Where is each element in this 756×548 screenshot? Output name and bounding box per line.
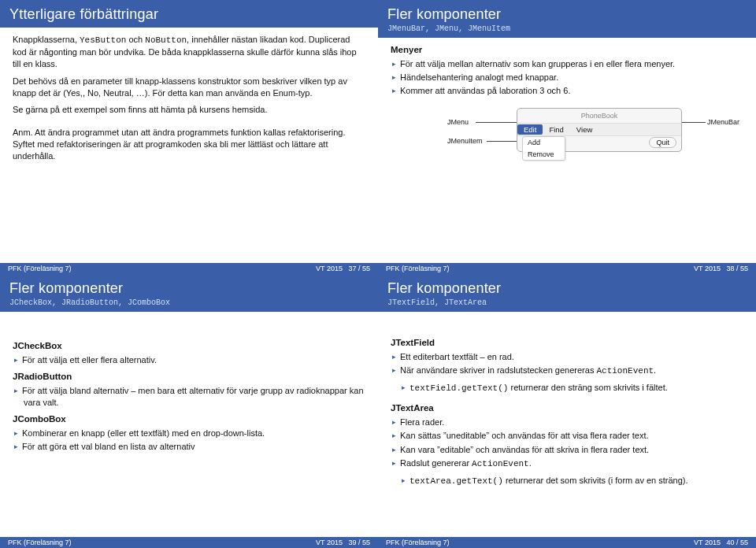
code-nobutton: NoButton	[145, 35, 187, 45]
list-item: textField.getText() returnerar den strän…	[411, 382, 743, 394]
heading-jtextfield: JTextField	[391, 337, 743, 350]
list-item: Kan vara ”editable” och användas för att…	[402, 444, 743, 456]
menu-item-edit[interactable]: Edit	[517, 124, 543, 135]
footer-center	[506, 539, 627, 546]
code-yesbutton: YesButton	[80, 35, 126, 45]
bullet-list: Kombinerar en knapp (eller ett textfält)…	[13, 428, 365, 453]
paragraph: Anm. Att ändra programmet utan att ändra…	[13, 127, 365, 163]
footer-center	[128, 265, 249, 272]
label-jmenuitem: JMenuItem	[447, 136, 483, 146]
slide-1: Ytterligare förbättringar Knappklasserna…	[0, 0, 378, 274]
footer-right: VT 2015 40 / 55	[628, 539, 748, 546]
slide-header: Fler komponenter JMenuBar, JMenu, JMenuI…	[378, 0, 756, 38]
list-item: Händelsehantering analogt med knappar.	[402, 72, 743, 83]
slide-subtitle: JTextField, JTextArea	[387, 298, 747, 307]
slide-footer: PFK (Föreläsning 7) VT 2015 37 / 55	[0, 263, 378, 274]
footer-right: VT 2015 37 / 55	[250, 265, 370, 272]
bullet-list: Ett editerbart textfält – en rad. När an…	[391, 351, 743, 377]
list-item: För att välja mellan alternativ som kan …	[402, 58, 743, 70]
heading-jcheckbox: JCheckBox	[13, 340, 365, 353]
footer-right: VT 2015 39 / 55	[250, 539, 370, 546]
slide-header: Ytterligare förbättringar	[0, 0, 378, 28]
heading-jradiobutton: JRadioButton	[13, 371, 365, 383]
bullet-list-nested: textField.getText() returnerar den strän…	[391, 382, 743, 394]
code-textarea-gettext: textArea.getText()	[410, 476, 503, 486]
footer-left: PFK (Föreläsning 7)	[8, 265, 128, 272]
dropdown-item-remove[interactable]: Remove	[523, 149, 565, 160]
list-item: För att välja bland alternativ – men bar…	[24, 385, 365, 409]
slide-body: JCheckBox För att välja ett eller flera …	[13, 318, 365, 453]
list-item: För att göra ett val bland en lista av a…	[24, 441, 365, 453]
slide-footer: PFK (Föreläsning 7) VT 2015 40 / 55	[378, 537, 756, 548]
heading-menyer: Menyer	[391, 44, 743, 57]
paragraph: Knappklasserna, YesButton och NoButton, …	[13, 34, 365, 71]
label-jmenubar: JMenuBar	[707, 117, 739, 127]
paragraph: Se gärna på ett exempel som finns att hä…	[13, 104, 365, 116]
connector-line	[682, 122, 706, 123]
window-title: PhoneBook	[517, 111, 681, 120]
footer-right: VT 2015 38 / 55	[628, 265, 748, 272]
dropdown-item-add[interactable]: Add	[523, 137, 565, 148]
bullet-list: Flera rader. Kan sättas ”uneditable” och…	[391, 417, 743, 470]
slide-body: Knappklasserna, YesButton och NoButton, …	[13, 34, 365, 163]
slide-subtitle: JMenuBar, JMenu, JMenuItem	[387, 24, 747, 33]
heading-jtextarea: JTextArea	[391, 402, 743, 415]
bullet-list: För att välja mellan alternativ som kan …	[391, 58, 743, 98]
footer-left: PFK (Föreläsning 7)	[386, 265, 506, 272]
dropdown: Add Remove	[522, 136, 565, 161]
list-item: För att välja ett eller flera alternativ…	[24, 354, 365, 366]
slide-header: Fler komponenter JTextField, JTextArea	[378, 274, 756, 312]
code-actionevent: ActionEvent	[472, 459, 529, 468]
slide-title: Ytterligare förbättringar	[9, 6, 369, 23]
slide-title: Fler komponenter	[387, 280, 747, 297]
list-item: textArea.getText() returnerar det som sk…	[411, 475, 743, 487]
list-item: Radslut genererar ActionEvent.	[402, 457, 743, 470]
menubar: Edit Find View	[517, 123, 681, 136]
footer-center	[506, 265, 627, 272]
connector-line	[487, 141, 517, 142]
menu-item-find[interactable]: Find	[543, 124, 569, 135]
list-item: Ett editerbart textfält – en rad.	[402, 351, 743, 363]
slide-footer: PFK (Föreläsning 7) VT 2015 38 / 55	[378, 263, 756, 274]
heading-jcombobox: JComboBox	[13, 413, 365, 426]
paragraph: Det behövs då en parameter till knapp-kl…	[13, 76, 365, 99]
menu-diagram: JMenu JMenuItem PhoneBook Edit Find View…	[391, 102, 743, 160]
list-item: Flera rader.	[402, 417, 743, 428]
slide-title: Fler komponenter	[387, 6, 747, 23]
list-item: Kommer att användas på laboration 3 och …	[402, 85, 743, 97]
slide-footer: PFK (Föreläsning 7) VT 2015 39 / 55	[0, 537, 378, 548]
bullet-list: För att välja ett eller flera alternativ…	[13, 354, 365, 366]
list-item: När användare skriver in radslutstecken …	[402, 365, 743, 377]
footer-center	[128, 539, 249, 546]
slide-2: Fler komponenter JMenuBar, JMenu, JMenuI…	[378, 0, 756, 274]
slide-header: Fler komponenter JCheckBox, JRadioButton…	[0, 274, 378, 312]
footer-left: PFK (Föreläsning 7)	[386, 539, 506, 546]
connector-line	[476, 122, 517, 123]
menu-item-view[interactable]: View	[570, 124, 598, 135]
slide-subtitle: JCheckBox, JRadioButton, JComboBox	[9, 298, 369, 307]
code-textfield-gettext: textField.getText()	[410, 383, 508, 393]
bullet-list-nested: textArea.getText() returnerar det som sk…	[391, 475, 743, 487]
footer-left: PFK (Föreläsning 7)	[8, 539, 128, 546]
slide-3: Fler komponenter JCheckBox, JRadioButton…	[0, 274, 378, 548]
quit-button[interactable]: Quit	[649, 137, 676, 148]
label-jmenu: JMenu	[447, 117, 469, 127]
list-item: Kan sättas ”uneditable” och användas för…	[402, 430, 743, 442]
slide-body: JTextField Ett editerbart textfält – en …	[391, 318, 743, 487]
code-actionevent: ActionEvent	[596, 366, 654, 376]
bullet-list: För att välja bland alternativ – men bar…	[13, 385, 365, 409]
window-preview: PhoneBook Edit Find View Add Remove Quit	[517, 108, 682, 152]
slide-4: Fler komponenter JTextField, JTextArea J…	[378, 274, 756, 548]
list-item: Kombinerar en knapp (eller ett textfält)…	[24, 428, 365, 439]
slide-body: Menyer För att välja mellan alternativ s…	[391, 44, 743, 160]
slide-title: Fler komponenter	[9, 280, 369, 297]
